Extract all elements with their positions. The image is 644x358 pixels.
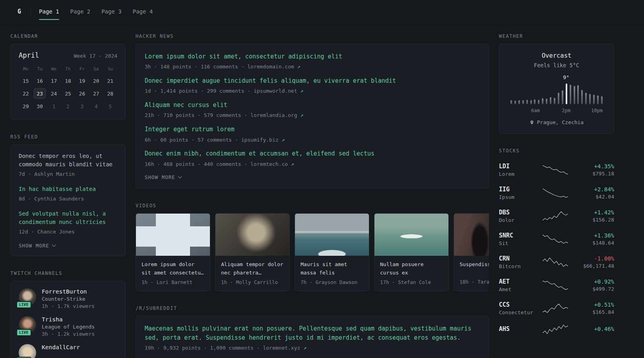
video-title[interactable]: Suspendisse diam: [460, 261, 489, 276]
rss-item-title[interactable]: In hac habitasse platea: [19, 185, 117, 193]
hn-show-more-button[interactable]: SHOW MORE: [145, 174, 480, 180]
calendar-day: 1: [48, 101, 60, 111]
stock-row[interactable]: IIG Ipsum +2.84% $42.04: [499, 181, 614, 204]
weather-bar: [534, 99, 535, 104]
section-label-twitch: TWITCH CHANNELS: [10, 270, 126, 276]
video-thumbnail[interactable]: [136, 214, 210, 256]
rss-item-meta: 12d · Chance Jones: [19, 228, 117, 236]
stock-change: +2.84%: [572, 186, 614, 193]
tab-page-2[interactable]: Page 2: [70, 6, 91, 17]
hn-item-title[interactable]: Lorem ipsum dolor sit amet, consectetur …: [145, 52, 480, 61]
video-card[interactable]: Suspendisse diam 18h · Tara: [454, 213, 489, 291]
hn-item-title[interactable]: Aliquam nec cursus elit: [145, 101, 480, 110]
weather-bar: [526, 100, 528, 104]
calendar-day-headers: MoTuWeThFrSaSu: [19, 66, 117, 72]
live-badge: LIVE: [16, 301, 31, 308]
rss-widget: RSS FEED Donec tempor eros leo, ut commo…: [10, 134, 126, 256]
video-card[interactable]: Aliquam tempor dolor nec pharetra… 1h · …: [215, 213, 290, 291]
hn-item-title[interactable]: Donec imperdiet augue tincidunt felis al…: [145, 76, 480, 86]
calendar-day: 18: [62, 76, 74, 86]
stock-row[interactable]: LDI Lorem +4.35% $795.18: [499, 158, 614, 181]
stock-row[interactable]: DBS Dolor +1.42% $156.28: [499, 204, 614, 228]
video-card[interactable]: Lorem ipsum dolor sit amet consectetu… 1…: [136, 213, 210, 291]
video-title[interactable]: Nullam posuere cursus ex: [380, 261, 443, 276]
rss-item-title[interactable]: Sed volutpat nulla nisl, a condimentum n…: [19, 210, 117, 226]
stock-change: +1.36%: [572, 232, 614, 239]
rss-item-meta: 8d · Cynthia Saunders: [19, 195, 117, 203]
stock-row[interactable]: SNRC Sit +1.36% $148.64: [499, 228, 614, 251]
external-link-icon: ↗: [300, 88, 303, 94]
video-title[interactable]: Aliquam tempor dolor nec pharetra…: [221, 261, 284, 276]
calendar-day: 20: [90, 76, 102, 86]
stock-symbol: CRN: [499, 255, 539, 262]
stock-row[interactable]: AET Amet +0.92% $499.72: [499, 274, 614, 297]
hn-item-domain-link[interactable]: loremtech.co ↗: [250, 161, 294, 167]
calendar-card: April Week 17 · 2024 MoTuWeThFrSaSu 1516…: [10, 44, 126, 120]
dashboard: CALENDAR April Week 17 · 2024 MoTuWeThFr…: [0, 23, 644, 358]
calendar-day: 28: [104, 88, 116, 99]
video-thumbnail[interactable]: [215, 214, 289, 256]
rss-show-more-button[interactable]: SHOW MORE: [19, 243, 117, 249]
hn-item-domain-link[interactable]: ipsumify.biz ↗: [241, 137, 285, 143]
stock-name: Bitcorn: [499, 263, 539, 269]
hn-item: Donec imperdiet augue tincidunt felis al…: [145, 76, 480, 95]
video-thumbnail[interactable]: [454, 214, 489, 256]
weather-bar: [546, 99, 547, 104]
weather-temp-label: 9°: [563, 74, 569, 80]
rss-card: Donec tempor eros leo, ut commodo mauris…: [10, 144, 126, 256]
video-thumbnail[interactable]: [374, 214, 448, 256]
hacker-news-card: Lorem ipsum dolor sit amet, consectetur …: [136, 44, 489, 189]
subreddit-post-title[interactable]: Maecenas mollis pulvinar erat non posuer…: [145, 324, 480, 343]
weather-bar: [558, 93, 559, 104]
video-thumbnail[interactable]: [295, 214, 369, 256]
rss-item-title[interactable]: Donec tempor eros leo, ut commodo mauris…: [19, 152, 117, 169]
stock-price: $66,171.48: [572, 263, 614, 269]
twitch-channel-row[interactable]: LIVE KendallCarr: [19, 344, 117, 358]
stock-row[interactable]: CRN Bitcorn -1.00% $66,171.48: [499, 251, 614, 274]
section-label-hacker-news: HACKER NEWS: [136, 33, 489, 39]
live-badge: LIVE: [16, 357, 31, 358]
video-title[interactable]: Lorem ipsum dolor sit amet consectetu…: [142, 261, 204, 276]
tab-page-4[interactable]: Page 4: [133, 6, 153, 17]
subreddit-post-domain-link[interactable]: loremnet.xyz ↗: [263, 345, 306, 351]
twitch-widget: TWITCH CHANNELS LIVE ForrestBurton Count…: [10, 270, 126, 358]
live-badge: LIVE: [16, 329, 31, 336]
twitch-card: LIVE ForrestBurton Counter-Strike 1h · 1…: [10, 281, 126, 358]
hn-item-title[interactable]: Donec enim nibh, condimentum et accumsan…: [145, 149, 480, 158]
hn-item-domain-link[interactable]: loremdomain.com ↗: [247, 64, 300, 70]
channel-avatar: LIVE: [19, 344, 36, 358]
tab-page-1[interactable]: Page 1: [39, 6, 59, 17]
calendar-day-header: Sa: [93, 66, 99, 72]
rss-item: Sed volutpat nulla nisl, a condimentum n…: [19, 210, 117, 236]
stock-sparkline: [543, 234, 568, 244]
video-title[interactable]: Mauris sit amet massa felis: [301, 261, 363, 276]
video-card[interactable]: Mauris sit amet massa felis 7h · Grayson…: [295, 213, 369, 291]
twitch-channel-row[interactable]: LIVE Trisha League of Legends 3h · 1.2k …: [19, 316, 117, 337]
subreddit-card: Maecenas mollis pulvinar erat non posuer…: [136, 316, 489, 358]
hn-item-title[interactable]: Integer eget rutrum lorem: [145, 125, 480, 134]
weather-time-label: 10pm: [591, 108, 603, 113]
weather-bar-chart: 9°: [510, 82, 603, 104]
hn-item-domain-link[interactable]: ipsumworld.net ↗: [254, 88, 303, 94]
weather-bar: [601, 96, 603, 104]
subreddit-widget: /R/SUBREDDIT Maecenas mollis pulvinar er…: [136, 305, 489, 358]
hacker-news-widget: HACKER NEWS Lorem ipsum dolor sit amet, …: [136, 33, 489, 189]
hn-item-domain: loremtech.co: [250, 161, 288, 167]
stock-symbol: AHS: [499, 325, 539, 333]
weather-bar: [554, 98, 555, 104]
section-label-subreddit: /R/SUBREDDIT: [136, 305, 489, 311]
channel-name: KendallCarr: [42, 344, 80, 350]
hn-item: Aliquam nec cursus elit 21h · 710 points…: [145, 101, 480, 119]
tab-page-3[interactable]: Page 3: [101, 6, 122, 17]
app-logo[interactable]: G: [16, 8, 23, 15]
video-meta: 1h · Lori Barnett: [142, 279, 204, 285]
hn-item-domain-link[interactable]: loremlandia.org ↗: [250, 112, 303, 118]
weather-bar: [530, 100, 532, 104]
calendar-week-year: Week 17 · 2024: [74, 53, 117, 59]
stock-change: +0.51%: [572, 302, 614, 308]
video-card[interactable]: Nullam posuere cursus ex 17h · Stefan Co…: [374, 213, 449, 291]
calendar-day: 4: [90, 101, 102, 111]
stock-row[interactable]: CCS Consectetur +0.51% $165.84: [499, 297, 614, 320]
stock-row[interactable]: AHS +0.46%: [499, 320, 614, 339]
twitch-channel-row[interactable]: LIVE ForrestBurton Counter-Strike 1h · 1…: [19, 288, 117, 309]
